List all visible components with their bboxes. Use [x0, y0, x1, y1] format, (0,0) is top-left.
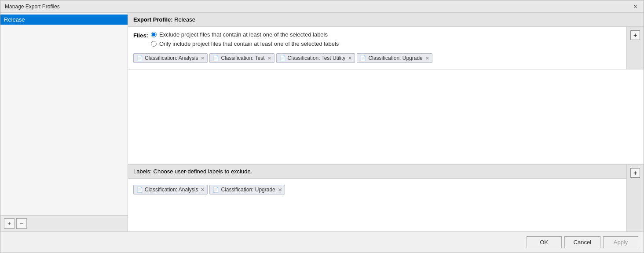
radio-group: Exclude project files that contain at le…: [151, 31, 339, 47]
files-tags-area: 📄Classification: Analysis✕📄Classificatio…: [133, 51, 621, 65]
tag-label: Classification: Analysis: [145, 187, 198, 193]
tag-icon: 📄: [279, 55, 286, 61]
tag-close-button[interactable]: ✕: [348, 56, 352, 61]
tag-icon: 📄: [212, 55, 219, 61]
radio-exclude[interactable]: Exclude project files that contain at le…: [151, 31, 339, 38]
labels-tag: 📄Classification: Analysis✕: [133, 185, 208, 194]
radio-exclude-input[interactable]: [151, 32, 157, 37]
tag-label: Classification: Upgrade: [221, 187, 275, 193]
tag-icon: 📄: [212, 187, 219, 193]
dialog-title: Manage Export Profiles: [5, 4, 60, 10]
tag-close-button[interactable]: ✕: [278, 187, 282, 192]
tag-close-button[interactable]: ✕: [201, 56, 205, 61]
tag-icon: 📄: [136, 187, 143, 193]
title-bar: Manage Export Profiles ×: [0, 0, 644, 13]
radio-include-input[interactable]: [151, 41, 157, 47]
files-add-button[interactable]: +: [630, 30, 640, 40]
files-tag: 📄Classification: Test Utility✕: [276, 53, 355, 63]
labels-content: 📄Classification: Analysis✕📄Classificatio…: [128, 179, 626, 231]
labels-label: Labels:: [133, 168, 152, 175]
tag-icon: 📄: [136, 55, 143, 61]
tag-icon: 📄: [360, 55, 366, 61]
labels-section-wrapper: Labels: Choose user-defined labels to ex…: [128, 164, 644, 231]
tag-label: Classification: Analysis: [145, 55, 198, 61]
tag-label: Classification: Test: [221, 55, 264, 61]
sidebar-list: Release: [0, 13, 128, 215]
labels-tags-area: 📄Classification: Analysis✕📄Classificatio…: [133, 183, 621, 196]
radio-include-label: Only include project files that contain …: [159, 40, 339, 47]
tag-label: Classification: Upgrade: [368, 55, 422, 61]
sidebar: Release + −: [0, 13, 128, 231]
apply-button[interactable]: Apply: [603, 236, 638, 248]
dialog: Manage Export Profiles × Release + − Exp…: [0, 0, 644, 253]
files-tag: 📄Classification: Upgrade✕: [357, 53, 432, 63]
remove-profile-button[interactable]: −: [16, 218, 27, 229]
labels-description: Choose user-defined labels to exclude.: [154, 168, 252, 175]
dialog-body: Release + − Export Profile: Release File…: [0, 13, 644, 231]
tag-close-button[interactable]: ✕: [425, 56, 429, 61]
radio-exclude-label: Exclude project files that contain at le…: [159, 31, 328, 38]
add-profile-button[interactable]: +: [4, 218, 15, 229]
main-content: Export Profile: Release Files: Exclude p…: [128, 13, 644, 231]
export-profile-bar: Export Profile: Release: [128, 13, 644, 27]
radio-include[interactable]: Only include project files that contain …: [151, 40, 339, 47]
files-tag: 📄Classification: Analysis✕: [133, 53, 208, 63]
dialog-footer: OK Cancel Apply: [0, 231, 644, 253]
files-tag: 📄Classification: Test✕: [209, 53, 274, 63]
files-label: Files:: [133, 31, 148, 39]
tag-label: Classification: Test Utility: [288, 55, 346, 61]
ok-button[interactable]: OK: [527, 236, 562, 248]
labels-section: Labels: Choose user-defined labels to ex…: [128, 164, 626, 231]
tag-close-button[interactable]: ✕: [201, 187, 205, 192]
files-section: Files: Exclude project files that contai…: [128, 27, 626, 69]
files-empty-area: [128, 70, 644, 164]
sidebar-item-release[interactable]: Release: [0, 15, 128, 25]
sidebar-item-label: Release: [4, 16, 25, 23]
tag-close-button[interactable]: ✕: [267, 56, 271, 61]
cancel-button[interactable]: Cancel: [564, 236, 600, 248]
labels-add-button[interactable]: +: [630, 168, 640, 178]
export-profile-label: Export Profile:: [133, 16, 173, 23]
close-button[interactable]: ×: [632, 4, 639, 10]
sidebar-footer: + −: [0, 215, 128, 231]
export-profile-value: Release: [174, 16, 195, 23]
labels-tag: 📄Classification: Upgrade✕: [209, 185, 285, 194]
labels-section-header: Labels: Choose user-defined labels to ex…: [133, 168, 252, 175]
